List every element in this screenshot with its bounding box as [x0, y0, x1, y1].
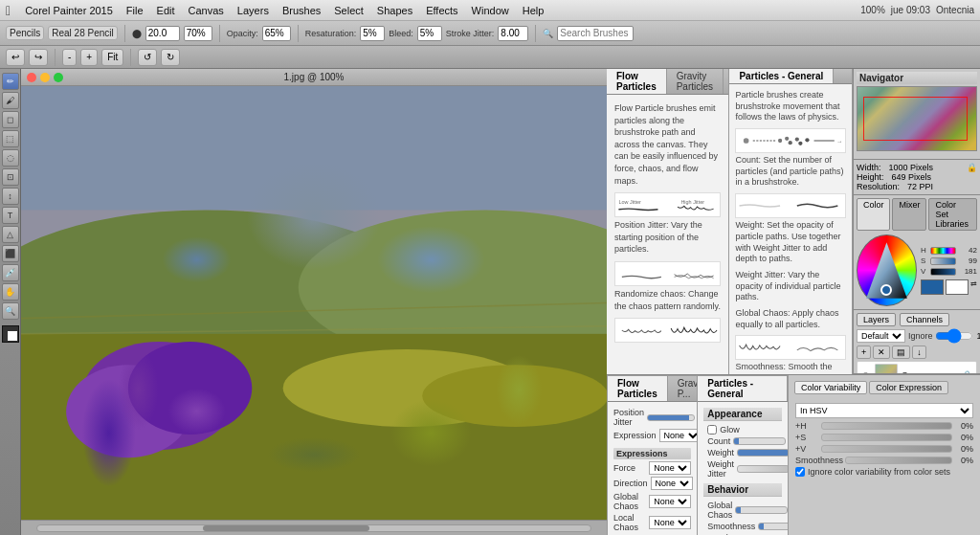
undo-btn[interactable]: ↩: [6, 49, 25, 66]
scrollbar-track-h[interactable]: [36, 524, 591, 532]
menu-brushes[interactable]: Brushes: [276, 3, 327, 18]
expr-direction-select[interactable]: None: [651, 477, 693, 490]
zoom-out-btn[interactable]: -: [62, 49, 77, 66]
expr-local-chaos-select[interactable]: None: [649, 516, 691, 529]
zoom-in-btn[interactable]: +: [80, 49, 98, 66]
menu-file[interactable]: File: [120, 3, 150, 18]
stroke-jitter-input[interactable]: [498, 26, 528, 41]
color-wheel[interactable]: [857, 234, 917, 306]
tool-lasso[interactable]: ◌: [2, 149, 19, 167]
apple-menu[interactable]: : [6, 3, 11, 18]
glow-checkbox[interactable]: [707, 425, 717, 435]
tab-color-set[interactable]: Color Set Libraries: [928, 198, 977, 231]
color-selector-dot[interactable]: [880, 284, 892, 296]
ignore-color-var-checkbox[interactable]: [795, 467, 805, 477]
tab-gravity-props[interactable]: Gravity P...: [668, 376, 699, 401]
tool-eraser[interactable]: ◻: [2, 111, 19, 128]
background-swatch[interactable]: [946, 279, 969, 295]
tab-color-variability[interactable]: Color Variability: [794, 381, 867, 394]
rotate-cw-btn[interactable]: ↻: [161, 49, 180, 66]
tab-mixer[interactable]: Mixer: [892, 198, 926, 231]
layer-canvas[interactable]: 👁 Canvas 🔒: [857, 361, 977, 374]
brushes-search-input[interactable]: [557, 26, 634, 41]
menu-help[interactable]: Help: [516, 3, 551, 18]
layer-move-down-btn[interactable]: ↓: [912, 346, 926, 359]
as-slider[interactable]: [821, 434, 952, 441]
canvas-painting[interactable]: [21, 86, 607, 520]
tool-shape[interactable]: △: [2, 226, 19, 243]
scrollbar-thumb-h[interactable]: [203, 525, 368, 531]
smoothness-slider[interactable]: [758, 523, 788, 530]
val-slider[interactable]: [930, 268, 956, 276]
av-value: 0%: [954, 444, 973, 454]
redo-btn[interactable]: ↪: [29, 49, 48, 66]
tab-flow-props[interactable]: Flow Particles: [608, 376, 668, 401]
swap-colors-btn[interactable]: ⇄: [970, 279, 977, 295]
tab-color-expression[interactable]: Color Expression: [869, 381, 948, 394]
expr-global-chaos-select[interactable]: None: [649, 495, 691, 508]
expr-force-select[interactable]: None: [649, 461, 691, 475]
hue-slider[interactable]: [930, 247, 956, 255]
tool-pan[interactable]: ✋: [2, 283, 19, 301]
fit-btn[interactable]: Fit: [101, 49, 123, 66]
menu-select[interactable]: Select: [327, 3, 370, 18]
foreground-color-swatch[interactable]: [2, 325, 19, 343]
color-var-mode-select[interactable]: In HSV: [795, 403, 973, 418]
menu-layers[interactable]: Layers: [231, 3, 276, 18]
zoom-input[interactable]: [184, 26, 212, 41]
weight-jitter-slider[interactable]: [737, 465, 788, 473]
tool-transform[interactable]: ↕: [2, 188, 19, 205]
delete-layer-btn[interactable]: ✕: [873, 346, 890, 359]
maximize-button[interactable]: [54, 73, 63, 82]
ah-slider[interactable]: [821, 422, 952, 430]
layer-visibility-icon[interactable]: 👁: [861, 370, 871, 375]
menu-edit[interactable]: Edit: [150, 3, 182, 18]
smoothness-cv-slider[interactable]: [845, 457, 952, 464]
bleed-input[interactable]: [417, 26, 442, 41]
minimize-button[interactable]: [40, 73, 50, 82]
horizontal-scrollbar[interactable]: [21, 520, 607, 535]
tab-channels[interactable]: Channels: [900, 313, 949, 326]
brush-size-input[interactable]: [145, 26, 180, 41]
pg-content: Appearance Glow Count 10% Weight: [698, 402, 788, 535]
tool-eyedropper[interactable]: 💉: [2, 264, 19, 281]
weight-slider[interactable]: [737, 449, 788, 457]
global-chaos-slider[interactable]: [735, 506, 788, 514]
position-jitter-slider[interactable]: [647, 414, 695, 421]
tab-flow-particles[interactable]: Flow Particles: [607, 69, 667, 94]
menu-window[interactable]: Window: [465, 3, 516, 18]
foreground-swatch[interactable]: [921, 279, 944, 295]
tool-pencil[interactable]: ✏: [2, 73, 19, 90]
tool-zoom-tool[interactable]: 🔍: [2, 302, 19, 320]
tab-layers[interactable]: Layers: [857, 313, 896, 326]
rotate-ccw-btn[interactable]: ↺: [138, 49, 157, 66]
blend-mode-select[interactable]: Default: [857, 329, 905, 343]
expression-select[interactable]: None: [659, 429, 698, 442]
tab-pg[interactable]: Particles - General: [698, 376, 788, 401]
menu-corel[interactable]: Corel Painter 2015: [18, 3, 120, 18]
tab-particles-general-desc[interactable]: Particles - General: [729, 69, 834, 83]
close-button[interactable]: [27, 73, 36, 82]
layer-opacity-slider[interactable]: [935, 330, 973, 342]
tool-text[interactable]: T: [2, 207, 19, 224]
tab-color[interactable]: Color: [857, 198, 891, 231]
count-slider[interactable]: [733, 437, 786, 445]
menu-effects[interactable]: Effects: [419, 3, 464, 18]
tab-gravity-particles[interactable]: Gravity Particles: [667, 69, 724, 94]
tool-crop[interactable]: ⊡: [2, 168, 19, 186]
background-color-swatch[interactable]: [7, 330, 18, 342]
ignore-color-var-row: Ignore color variability from color sets: [795, 467, 973, 477]
tool-selection[interactable]: ⬚: [2, 130, 19, 147]
menu-shapes[interactable]: Shapes: [370, 3, 419, 18]
layer-group-btn[interactable]: ▤: [892, 346, 910, 359]
resaturation-input[interactable]: [360, 26, 385, 41]
sat-slider[interactable]: [930, 257, 956, 265]
new-layer-btn[interactable]: +: [857, 346, 871, 359]
menu-canvas[interactable]: Canvas: [182, 3, 231, 18]
tool-fill[interactable]: ⬛: [2, 245, 19, 262]
tool-brush[interactable]: 🖌: [2, 92, 19, 109]
toolbar-separator-2: [219, 25, 220, 42]
opacity-input[interactable]: [262, 26, 291, 41]
color-wheel-container: H 42 S 99 V: [857, 234, 977, 306]
av-slider[interactable]: [821, 445, 952, 453]
